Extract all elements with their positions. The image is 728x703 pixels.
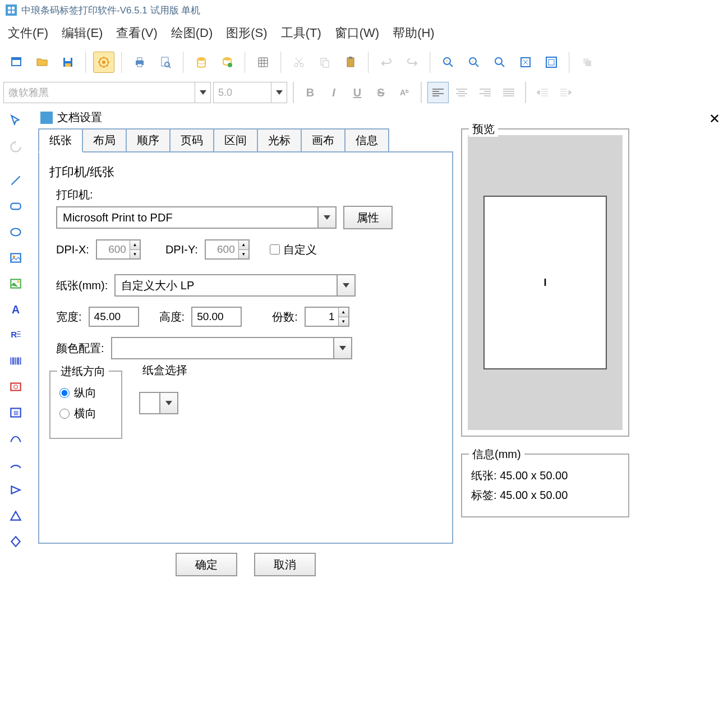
text-tool-icon[interactable]: A [3, 297, 28, 322]
database-icon[interactable] [191, 52, 212, 73]
cut-icon[interactable] [288, 52, 310, 73]
save-icon[interactable] [57, 52, 79, 73]
image-tool-icon[interactable] [3, 246, 28, 270]
menu-edit[interactable]: 编辑(E) [62, 25, 103, 41]
chevron-down-icon[interactable] [159, 393, 177, 413]
triangle-tool-icon[interactable] [3, 503, 28, 528]
picture-tool-icon[interactable] [3, 271, 28, 296]
menu-tools[interactable]: 工具(T) [281, 25, 321, 41]
zoom-icon[interactable] [489, 52, 510, 73]
zoom-out-icon[interactable]: − [463, 52, 485, 73]
format-toolbar: 微软雅黑 5.0 B I U S Aᵇ [0, 78, 728, 107]
svg-text:+: + [445, 58, 448, 64]
tab-canvas[interactable]: 画布 [301, 128, 345, 152]
menu-view[interactable]: 查看(V) [116, 25, 157, 41]
arc-tool-icon[interactable] [3, 452, 28, 477]
properties-button[interactable]: 属性 [343, 206, 393, 229]
feed-legend: 进纸方向 [57, 364, 109, 379]
polygon-tool-icon[interactable] [3, 478, 28, 502]
strikethrough-icon[interactable]: S [370, 82, 391, 103]
dpi-y-input[interactable]: ▲▼ [205, 239, 250, 260]
svg-line-31 [501, 64, 504, 67]
curve-tool-icon[interactable] [3, 426, 28, 451]
menu-draw[interactable]: 绘图(D) [171, 25, 213, 41]
undo-icon[interactable] [376, 52, 397, 73]
pointer-tool-icon[interactable] [3, 109, 28, 133]
svg-rect-0 [6, 4, 17, 16]
database-sync-icon[interactable] [216, 52, 238, 73]
chevron-down-icon[interactable] [271, 82, 287, 103]
tab-cursor[interactable]: 光标 [257, 128, 302, 152]
chevron-down-icon[interactable] [333, 338, 351, 358]
printer-combo[interactable]: Microsoft Print to PDF [56, 206, 337, 229]
menu-help[interactable]: 帮助(H) [393, 25, 435, 41]
round-rect-tool-icon[interactable] [3, 194, 28, 219]
menu-shape[interactable]: 图形(S) [226, 25, 267, 41]
chevron-down-icon[interactable] [317, 207, 335, 228]
barcode-tool-icon[interactable] [3, 349, 28, 373]
chevron-down-icon[interactable] [195, 82, 210, 103]
svg-rect-33 [546, 57, 556, 67]
menu-file[interactable]: 文件(F) [8, 25, 48, 41]
tab-layout[interactable]: 布局 [82, 128, 127, 152]
redo-icon[interactable] [402, 52, 423, 73]
svg-rect-23 [349, 57, 352, 59]
paper-size-combo[interactable]: 自定义大小 LP [114, 274, 356, 297]
line-tool-icon[interactable] [3, 168, 28, 193]
paste-icon[interactable] [340, 52, 361, 73]
menu-bar: 文件(F) 编辑(E) 查看(V) 绘图(D) 图形(S) 工具(T) 窗口(W… [0, 20, 728, 46]
bold-icon[interactable]: B [300, 82, 321, 103]
table-tool-icon[interactable]: ⊞ [3, 400, 28, 425]
font-name-combo[interactable]: 微软雅黑 [3, 82, 211, 103]
underline-icon[interactable]: U [347, 82, 368, 103]
font-size-combo[interactable]: 5.0 [213, 82, 287, 103]
print-preview-icon[interactable] [155, 52, 176, 73]
tab-order[interactable]: 顺序 [126, 128, 171, 152]
layers-icon[interactable] [577, 52, 598, 73]
font-style-icon[interactable]: Aᵇ [394, 82, 415, 103]
chevron-down-icon[interactable] [337, 275, 354, 295]
portrait-radio[interactable]: 纵向 [59, 385, 112, 400]
italic-icon[interactable]: I [323, 82, 344, 103]
richtext-tool-icon[interactable]: R [3, 323, 28, 348]
color-profile-combo[interactable] [111, 337, 352, 359]
open-icon[interactable] [31, 52, 53, 73]
tray-combo[interactable] [139, 392, 178, 414]
ellipse-tool-icon[interactable] [3, 220, 28, 244]
zoom-in-icon[interactable]: + [437, 52, 459, 73]
tab-info[interactable]: 信息 [344, 128, 389, 152]
svg-rect-22 [347, 58, 354, 67]
dpi-x-input[interactable]: ▲▼ [96, 239, 141, 260]
fit-page-icon[interactable] [541, 52, 562, 73]
close-icon[interactable]: ✕ [709, 111, 720, 127]
settings-icon[interactable] [93, 52, 114, 73]
indent-right-icon[interactable] [555, 82, 577, 103]
custom-checkbox[interactable]: 自定义 [270, 242, 317, 257]
height-input[interactable] [191, 307, 242, 327]
width-input[interactable] [89, 307, 139, 327]
indent-left-icon[interactable] [532, 82, 553, 103]
grid-icon[interactable] [252, 52, 274, 73]
menu-window[interactable]: 窗口(W) [335, 25, 379, 41]
title-bar: 中琅条码标签打印软件-V6.5.1 试用版 单机 [0, 0, 728, 20]
align-center-icon[interactable] [451, 82, 472, 103]
tab-range[interactable]: 区间 [213, 128, 258, 152]
left-toolbar: A R ⊞ [0, 107, 33, 585]
align-left-icon[interactable] [427, 82, 449, 103]
rotate-tool-icon[interactable] [3, 135, 28, 159]
align-justify-icon[interactable] [498, 82, 519, 103]
ok-button[interactable]: 确定 [176, 553, 237, 576]
new-doc-icon[interactable] [6, 52, 27, 73]
print-icon[interactable] [129, 52, 150, 73]
qrcode-tool-icon[interactable] [3, 374, 28, 399]
align-right-icon[interactable] [474, 82, 496, 103]
fit-screen-icon[interactable] [515, 52, 536, 73]
copies-input[interactable]: ▲▼ [305, 307, 349, 327]
diamond-tool-icon[interactable] [3, 529, 28, 554]
height-label: 高度: [159, 309, 185, 325]
tab-pagenum[interactable]: 页码 [169, 128, 214, 152]
landscape-radio[interactable]: 横向 [59, 406, 112, 421]
tab-paper[interactable]: 纸张 [38, 128, 83, 152]
cancel-button[interactable]: 取消 [254, 553, 316, 576]
copy-icon[interactable] [314, 52, 335, 73]
